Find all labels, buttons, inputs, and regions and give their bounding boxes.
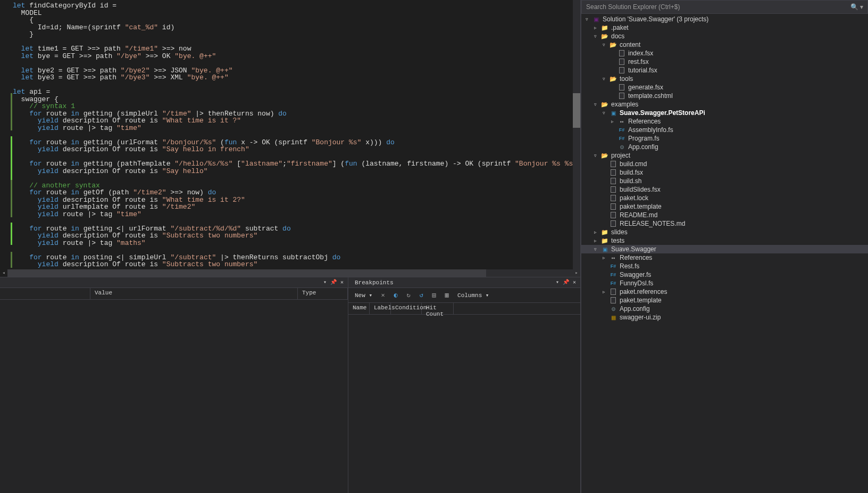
tree-item[interactable]: ▿📂examples (581, 100, 868, 109)
tree-item[interactable]: ▦swagger-ui.zip (581, 313, 868, 322)
tree-item-label: swagger-ui.zip (620, 314, 661, 321)
expand-icon[interactable]: ▿ (600, 42, 607, 47)
code-editor[interactable]: let findCategoryById id = MODEL { Id=id;… (0, 0, 581, 277)
tree-item[interactable]: build.cmd (581, 160, 868, 168)
solution-tree[interactable]: ▿▣Solution 'Suave.Swagger' (3 projects)▹… (581, 14, 868, 493)
tree-item[interactable]: rest.fsx (581, 57, 868, 66)
horizontal-scrollbar[interactable] (7, 269, 573, 277)
code-content[interactable]: let findCategoryById id = MODEL { Id=id;… (0, 0, 580, 268)
tree-item[interactable]: F#Swagger.fs (581, 270, 868, 279)
tree-item[interactable]: tutorial.fsx (581, 66, 868, 75)
pin-icon[interactable]: 📌 (330, 279, 337, 286)
tree-item[interactable]: ▹▪▪References (581, 117, 868, 126)
expand-icon[interactable]: ▹ (600, 289, 607, 294)
column-labels[interactable]: Labels (370, 303, 391, 314)
tree-item[interactable]: ⚙App.config (581, 143, 868, 151)
tree-item-label: References (620, 254, 652, 261)
tree-item[interactable]: buildSlides.fsx (581, 185, 868, 194)
tree-item-label: build.cmd (620, 160, 647, 168)
pin-icon[interactable]: 📌 (562, 279, 570, 286)
tree-item[interactable]: ▿▣Solution 'Suave.Swagger' (3 projects) (581, 15, 868, 23)
tree-item[interactable]: F#AssemblyInfo.fs (581, 126, 868, 134)
scroll-left-icon[interactable]: ◂ (0, 269, 7, 277)
tree-item[interactable]: ⚙App.config (581, 305, 868, 313)
column-condition[interactable]: Condition (391, 303, 422, 314)
tree-item[interactable]: F#Program.fs (581, 134, 868, 143)
vertical-scrollbar[interactable] (573, 0, 580, 277)
tree-item[interactable]: build.sh (581, 177, 868, 185)
tree-item[interactable]: ▹📁tests (581, 236, 868, 245)
tree-item[interactable]: ▿📂content (581, 40, 868, 49)
saved-marker (11, 180, 12, 217)
tree-item[interactable]: README.md (581, 211, 868, 219)
column-name[interactable]: Name (348, 303, 370, 314)
tree-item[interactable]: template.cshtml (581, 92, 868, 100)
expand-icon[interactable]: ▹ (592, 229, 598, 235)
tree-item-label: slides (611, 228, 628, 236)
vertical-scrollbar-thumb[interactable] (573, 93, 580, 128)
expand-icon[interactable]: ▿ (592, 246, 598, 252)
tree-item[interactable]: ▹📁slides (581, 228, 868, 236)
breakpoints-columns: Name Labels Condition Hit Count (348, 303, 580, 315)
tree-item-label: tests (611, 237, 624, 244)
dropdown-icon[interactable]: ▾ (321, 279, 329, 286)
column-type[interactable]: Type (298, 288, 348, 299)
tree-item[interactable]: ▹▪▪References (581, 253, 868, 262)
tree-item[interactable]: ▿📂project (581, 151, 868, 160)
horizontal-scrollbar-thumb[interactable] (7, 269, 486, 277)
enable-breakpoints-icon[interactable]: ↻ (404, 291, 413, 300)
solution-explorer-search[interactable]: Search Solution Explorer (Ctrl+$) 🔍 ▾ (581, 0, 868, 14)
scroll-right-icon[interactable]: ▸ (573, 269, 580, 277)
go-to-source-icon[interactable]: ↺ (417, 291, 425, 300)
tree-item-label: App.config (620, 305, 650, 313)
tree-item[interactable]: F#FunnyDsl.fs (581, 279, 868, 287)
delete-icon[interactable]: ✕ (379, 291, 387, 300)
tree-item[interactable]: ▿▣Suave.Swagger (581, 245, 868, 253)
tree-item[interactable]: index.fsx (581, 49, 868, 57)
tree-item[interactable]: build.fsx (581, 168, 868, 177)
expand-icon[interactable]: ▹ (600, 255, 607, 260)
close-icon[interactable]: ✕ (571, 279, 578, 286)
tree-item-label: rest.fsx (628, 58, 649, 65)
tree-item[interactable]: ▿▣Suave.Swagger.PetStoreAPi (581, 109, 868, 117)
tree-item-label: buildSlides.fsx (620, 186, 661, 193)
dropdown-icon[interactable]: ▾ (554, 279, 561, 286)
expand-icon[interactable]: ▿ (592, 34, 598, 39)
tree-item-label: paket.template (620, 297, 662, 304)
expand-icon[interactable]: ▿ (592, 153, 598, 158)
tree-item-label: .paket (611, 24, 629, 31)
tree-item-label: build.sh (620, 177, 641, 185)
tree-item[interactable]: ▿📂tools (581, 75, 868, 83)
tree-item-label: content (620, 41, 640, 48)
expand-icon[interactable]: ▹ (609, 119, 615, 124)
expand-icon[interactable]: ▿ (600, 110, 607, 116)
tree-item[interactable]: ▿📂docs (581, 32, 868, 40)
toggle-breakpoint-icon[interactable]: ◐ (391, 291, 400, 300)
tree-item[interactable]: F#Rest.fs (581, 262, 868, 270)
tree-item-label: index.fsx (628, 50, 653, 57)
tree-item[interactable]: paket.template (581, 296, 868, 305)
expand-icon[interactable]: ▿ (583, 17, 590, 22)
expand-icon[interactable]: ▿ (600, 76, 607, 81)
column-hit-count[interactable]: Hit Count (422, 303, 454, 314)
column-value[interactable]: Value (90, 288, 298, 299)
export-icon[interactable]: ▤ (430, 291, 438, 300)
tree-item-label: docs (611, 32, 624, 40)
tree-item-label: Swagger.fs (620, 271, 651, 278)
import-icon[interactable]: ▦ (443, 291, 451, 300)
expand-icon[interactable]: ▿ (592, 102, 598, 107)
tree-item-label: paket.template (620, 203, 662, 210)
tree-item[interactable]: paket.lock (581, 194, 868, 202)
tree-item[interactable]: ▹📁.paket (581, 23, 868, 32)
tree-item[interactable]: RELEASE_NOTES.md (581, 219, 868, 228)
expand-icon[interactable]: ▹ (592, 238, 598, 243)
search-icon[interactable]: 🔍 ▾ (850, 3, 863, 11)
tree-item-label: project (611, 152, 630, 159)
columns-button[interactable]: Columns ▾ (455, 291, 491, 300)
close-icon[interactable]: ✕ (338, 279, 346, 286)
tree-item[interactable]: ▹paket.references (581, 287, 868, 296)
new-breakpoint-button[interactable]: New ▾ (353, 291, 374, 300)
tree-item[interactable]: paket.template (581, 202, 868, 211)
expand-icon[interactable]: ▹ (592, 25, 598, 30)
tree-item[interactable]: generate.fsx (581, 83, 868, 92)
